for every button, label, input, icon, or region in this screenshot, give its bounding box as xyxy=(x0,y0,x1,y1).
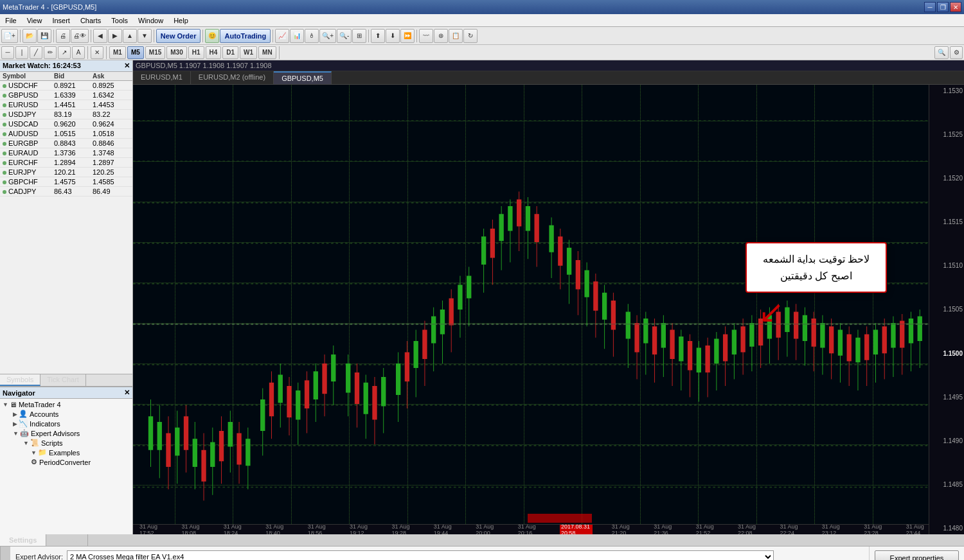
nav-indicators[interactable]: ▶ 📉 Indicators xyxy=(13,419,130,428)
nav-expert-advisors[interactable]: ▼ 🤖 Expert Advisors xyxy=(13,428,130,438)
mw-row-eurchf[interactable]: EURCHF 1.2894 1.2897 xyxy=(0,158,132,168)
nav-accounts[interactable]: ▶ 👤 Accounts xyxy=(13,409,130,419)
chart-tab-eurusd-m2[interactable]: EURUSD,M2 (offline) xyxy=(191,71,274,84)
auto-trading-button[interactable]: AutoTrading xyxy=(220,29,271,43)
svg-rect-59 xyxy=(372,386,377,420)
mw-row-eurjpy[interactable]: EURJPY 120.21 120.25 xyxy=(0,168,132,177)
expert-properties-button[interactable]: Expert properties xyxy=(875,550,959,560)
chart-canvas[interactable]: 1.1530 1.1525 1.1520 1.1515 1.1510 1.150… xyxy=(133,85,964,534)
template-button[interactable]: 📋 xyxy=(449,29,463,43)
ea-select[interactable]: 2 MA Crosses Mega filter EA V1.ex4 xyxy=(67,550,774,560)
indicator1-button[interactable]: 〰 xyxy=(419,29,433,43)
mw-row-usdchf[interactable]: USDCHF 0.8921 0.8925 xyxy=(0,81,132,91)
chart-end-button[interactable]: ⏩ xyxy=(400,29,415,43)
time-label-4: 31 Aug 18:40 xyxy=(265,524,288,534)
tester-body: Strategy Tester Expert Advisor: 2 MA Cro… xyxy=(0,547,964,560)
linechart-button[interactable]: 📈 xyxy=(275,29,289,43)
printpreview-button[interactable]: 🖨👁 xyxy=(71,29,89,43)
period-m5-button[interactable]: M5 xyxy=(127,46,144,59)
period-m15-button[interactable]: M15 xyxy=(145,46,165,59)
tester-tab-settings[interactable]: Settings xyxy=(0,534,46,546)
zoomin-button[interactable]: 🔍+ xyxy=(319,29,336,43)
nav-metatrader4[interactable]: ▼ 🖥 MetaTrader 4 xyxy=(3,400,130,409)
periodicity-button[interactable]: ⊛ xyxy=(434,29,448,43)
period-w1-button[interactable]: W1 xyxy=(240,46,257,59)
experts-button[interactable]: 😊 xyxy=(205,29,219,43)
tab-tick-chart[interactable]: Tick Chart xyxy=(40,374,86,386)
hline-tool-button[interactable]: | xyxy=(15,46,28,59)
refresh-button[interactable]: ↻ xyxy=(463,29,478,43)
mw-row-usdjpy[interactable]: USDJPY 83.19 83.22 xyxy=(0,110,132,119)
mw-row-eurusd[interactable]: EURUSD 1.4451 1.4453 xyxy=(0,100,132,110)
time-label-9: 31 Aug 20:00 xyxy=(476,524,498,534)
line-tool-button[interactable]: ─ xyxy=(1,46,14,59)
delete-tool-button[interactable]: ✕ xyxy=(91,46,103,59)
period-m1-button[interactable]: M1 xyxy=(109,46,126,59)
arrow-up-button[interactable]: ▲ xyxy=(123,29,137,43)
menu-view[interactable]: View xyxy=(22,14,48,26)
chart-tab-eurusd-m1[interactable]: EURUSD,M1 xyxy=(133,71,191,84)
menu-help[interactable]: Help xyxy=(168,14,193,26)
search-button[interactable]: 🔍 xyxy=(934,46,949,59)
grid-button[interactable]: ⊞ xyxy=(352,29,366,43)
tab-symbols[interactable]: Symbols xyxy=(0,374,40,386)
arrow-tool-button[interactable]: ↗ xyxy=(58,46,71,59)
svg-rect-140 xyxy=(749,323,754,347)
period-h1-button[interactable]: H1 xyxy=(188,46,204,59)
svg-rect-168 xyxy=(873,330,878,355)
menu-insert[interactable]: Insert xyxy=(47,14,75,26)
new-button[interactable]: 📄+ xyxy=(1,29,18,43)
menu-file[interactable]: File xyxy=(0,14,22,26)
arrow-left-button[interactable]: ◀ xyxy=(93,29,107,43)
text-tool-button[interactable]: A xyxy=(72,46,85,59)
nav-period-converter[interactable]: ⚙ PeriodConverter xyxy=(13,457,130,467)
market-watch-close[interactable]: ✕ xyxy=(124,62,130,70)
mw-row-audusd[interactable]: AUDUSD 1.0515 1.0518 xyxy=(0,129,132,139)
tester-tab-journal[interactable]: Journal xyxy=(46,534,88,546)
menu-charts[interactable]: Charts xyxy=(75,14,106,26)
zoomout-button[interactable]: 🔍- xyxy=(337,29,352,43)
svg-rect-176 xyxy=(909,319,913,344)
chart-dn-button[interactable]: ⬇ xyxy=(386,29,400,43)
svg-rect-116 xyxy=(643,319,648,344)
print-button[interactable]: 🖨 xyxy=(56,29,70,43)
period-d1-button[interactable]: D1 xyxy=(222,46,238,59)
nav-examples[interactable]: ▼ 📁 Examples xyxy=(13,448,130,457)
nav-scripts[interactable]: ▼ 📜 Scripts xyxy=(13,438,130,448)
chart-tab-gbpusd-m5[interactable]: GBPUSD,M5 xyxy=(274,71,332,84)
save-button[interactable]: 💾 xyxy=(37,29,51,43)
navigator: Navigator ✕ ▼ 🖥 MetaTrader 4 ▶ 👤 Account… xyxy=(0,387,132,534)
arrow-right-button[interactable]: ▶ xyxy=(108,29,122,43)
mw-row-gbpusd[interactable]: GBPUSD 1.6339 1.6342 xyxy=(0,91,132,100)
mw-symbol-eurgbp: EURGBP xyxy=(3,139,54,147)
trendline-tool-button[interactable]: ╱ xyxy=(30,46,42,59)
menu-tools[interactable]: Tools xyxy=(106,14,133,26)
mw-row-eurgbp[interactable]: EURGBP 0.8843 0.8846 xyxy=(0,139,132,148)
close-button[interactable]: ✕ xyxy=(950,2,961,12)
svg-rect-94 xyxy=(535,214,539,242)
svg-rect-72 xyxy=(431,317,436,344)
period-h4-button[interactable]: H4 xyxy=(206,46,222,59)
mw-row-cadjpy[interactable]: CADJPY 86.43 86.49 xyxy=(0,187,132,197)
period-m30-button[interactable]: M30 xyxy=(166,46,186,59)
minimize-button[interactable]: ─ xyxy=(924,2,936,12)
period-mn-button[interactable]: MN xyxy=(258,46,276,59)
open-button[interactable]: 📂 xyxy=(22,29,37,43)
mw-ask-euraud: 1.3748 xyxy=(93,149,131,157)
svg-rect-82 xyxy=(481,236,486,265)
nav-indicators-label: Indicators xyxy=(30,420,60,428)
pen-tool-button[interactable]: ✏ xyxy=(44,46,57,59)
new-order-button[interactable]: New Order xyxy=(156,29,201,43)
restore-button[interactable]: ❐ xyxy=(937,2,949,12)
arrow-down-button[interactable]: ▼ xyxy=(138,29,152,43)
mw-row-usdcad[interactable]: USDCAD 0.9620 0.9624 xyxy=(0,119,132,129)
menu-window[interactable]: Window xyxy=(133,14,168,26)
candlestick-button[interactable]: 🕯 xyxy=(305,29,319,43)
mw-row-gbpchf[interactable]: GBPCHF 1.4575 1.4585 xyxy=(0,177,132,187)
navigator-close-icon[interactable]: ✕ xyxy=(124,389,130,397)
chart-up-button[interactable]: ⬆ xyxy=(371,29,385,43)
settings-button[interactable]: ⚙ xyxy=(950,46,963,59)
time-label-10: 31 Aug 20:16 xyxy=(518,524,540,534)
barchart-button[interactable]: 📊 xyxy=(290,29,304,43)
mw-row-euraud[interactable]: EURAUD 1.3736 1.3748 xyxy=(0,148,132,158)
